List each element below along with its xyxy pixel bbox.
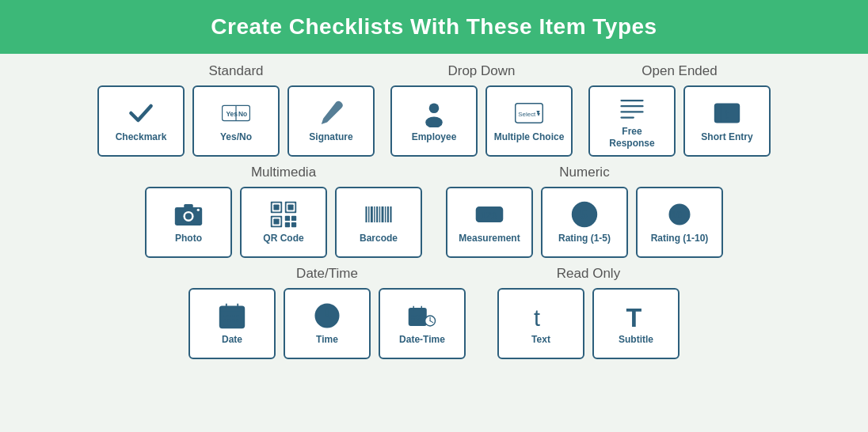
free-response-item[interactable]: FreeResponse [588,85,676,157]
date-label: Date [222,334,242,345]
qr-code-label: QR Code [263,233,303,244]
svg-rect-72 [411,316,413,317]
svg-rect-63 [228,324,231,326]
svg-rect-62 [223,324,227,326]
svg-point-5 [425,117,443,128]
datetime-label: Date/Time [296,266,358,282]
rating-1-10-icon: 10 [665,200,694,229]
svg-point-4 [429,104,440,114]
barcode-label: Barcode [360,233,398,244]
signature-label: Signature [309,131,352,142]
text-label: Text [531,334,550,345]
svg-rect-19 [184,204,192,209]
svg-text:5: 5 [581,208,588,222]
svg-text:t: t [534,305,540,330]
multiple-choice-item[interactable]: Select ▾ Multiple Choice [485,85,573,157]
qr-code-icon [269,200,298,229]
svg-rect-54 [223,315,227,317]
svg-rect-74 [418,316,421,317]
signature-item[interactable]: Signature [287,85,375,157]
page-title: Create Checklists With These Item Types [0,0,868,54]
svg-rect-23 [273,205,279,210]
svg-rect-36 [371,207,373,222]
photo-item[interactable]: Photo [145,187,232,258]
text-icon: t [527,301,555,330]
date-item[interactable]: Date [188,288,276,359]
time-label: Time [316,334,338,345]
svg-rect-68 [409,309,426,326]
svg-rect-29 [273,219,279,225]
time-icon [313,301,341,330]
subtitle-item[interactable]: T Subtitle [592,288,680,359]
short-entry-label: Short Entry [701,131,752,142]
svg-rect-30 [285,216,290,221]
dropdown-label: Drop Down [447,63,515,79]
measurement-label: Measurement [459,233,520,244]
yes-no-item[interactable]: Yes No Yes/No [192,85,280,157]
svg-rect-42 [387,207,389,222]
svg-text:T: T [626,305,641,331]
svg-point-18 [185,214,192,220]
svg-rect-60 [232,320,235,322]
checkmark-label: Checkmark [116,131,167,142]
short-entry-item[interactable]: t Short Entry [683,85,771,157]
svg-rect-38 [376,207,378,222]
employee-item[interactable]: Employee [390,85,478,157]
svg-rect-77 [418,319,421,320]
svg-rect-59 [228,320,231,322]
open-ended-label: Open Ended [641,63,717,79]
multiple-choice-label: Multiple Choice [494,131,565,142]
numeric-label: Numeric [559,165,609,180]
svg-text:123: 123 [480,210,497,222]
svg-rect-39 [379,207,380,222]
svg-rect-33 [291,222,296,227]
yes-no-label: Yes/No [220,131,252,142]
standard-label: Standard [209,63,264,79]
date-time-label: Date-Time [399,334,445,345]
date-icon [218,301,246,330]
svg-rect-75 [411,319,413,320]
svg-text:10: 10 [672,210,683,222]
date-time-item[interactable]: Date-Time [379,288,466,359]
svg-rect-35 [368,207,369,222]
text-item[interactable]: t Text [497,288,584,359]
employee-label: Employee [412,131,457,142]
svg-rect-34 [365,207,367,222]
subtitle-icon: T [622,301,650,330]
barcode-icon [364,200,393,229]
svg-text:t: t [725,107,729,121]
svg-rect-40 [382,207,384,222]
svg-point-20 [197,209,200,211]
svg-rect-43 [390,207,391,222]
short-entry-icon: t [713,99,741,127]
svg-rect-57 [236,315,239,317]
time-item[interactable]: Time [284,288,371,359]
svg-rect-55 [228,315,231,317]
multiple-choice-icon: Select ▾ [515,99,543,127]
svg-point-67 [326,314,329,317]
svg-text:Yes: Yes [226,110,238,118]
svg-rect-58 [223,320,227,322]
rating-1-10-item[interactable]: 10 Rating (1-10) [636,187,723,258]
svg-text:Select ▾: Select ▾ [518,112,540,119]
employee-icon [420,99,448,127]
rating-1-5-icon: 5 [570,200,599,229]
yes-no-icon: Yes No [222,99,250,127]
measurement-item[interactable]: 123 Measurement [446,187,533,258]
date-time-icon [408,301,436,330]
svg-rect-56 [232,315,235,317]
qr-code-item[interactable]: QR Code [240,187,327,258]
svg-rect-76 [415,319,417,320]
signature-icon [317,99,345,127]
svg-text:No: No [238,110,247,118]
checkmark-item[interactable]: Checkmark [97,85,185,157]
barcode-item[interactable]: Barcode [335,187,422,258]
checkmark-icon [127,99,155,127]
svg-rect-26 [287,205,293,210]
rating-1-5-label: Rating (1-5) [558,233,611,244]
svg-rect-37 [374,207,375,222]
photo-label: Photo [175,233,202,244]
free-response-label: FreeResponse [609,126,654,149]
multimedia-label: Multimedia [251,165,316,180]
rating-1-5-item[interactable]: 5 Rating (1-5) [541,187,628,258]
